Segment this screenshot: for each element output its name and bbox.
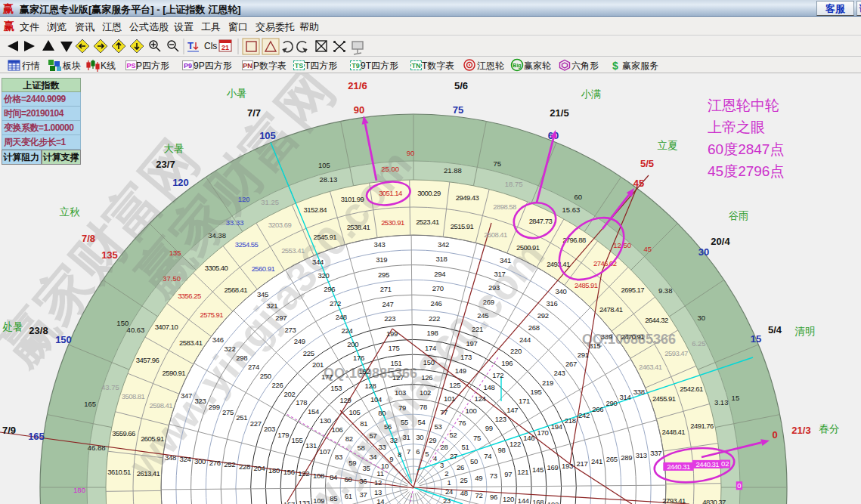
svg-text:9: 9 <box>389 455 393 463</box>
svg-text:25: 25 <box>460 476 468 484</box>
svg-text:125: 125 <box>449 381 460 389</box>
svg-text:157: 157 <box>283 500 295 504</box>
svg-text:122: 122 <box>509 440 521 448</box>
svg-text:3152.84: 3152.84 <box>304 206 327 214</box>
svg-text:处暑: 处暑 <box>3 321 23 332</box>
svg-text:3559.66: 3559.66 <box>112 429 135 438</box>
svg-text:2515.91: 2515.91 <box>451 222 474 230</box>
svg-text:21/3: 21/3 <box>791 425 810 436</box>
svg-text:144: 144 <box>518 496 529 504</box>
svg-text:318: 318 <box>436 255 448 263</box>
svg-text:24: 24 <box>445 487 453 496</box>
svg-text:2478.41: 2478.41 <box>599 305 623 314</box>
svg-text:48: 48 <box>460 489 468 497</box>
svg-text:21/5: 21/5 <box>550 107 568 119</box>
svg-text:132: 132 <box>298 469 309 478</box>
svg-text:130: 130 <box>320 416 331 425</box>
svg-text:3101.99: 3101.99 <box>341 195 364 203</box>
svg-text:立秋: 立秋 <box>60 206 81 218</box>
svg-text:245: 245 <box>477 311 488 320</box>
svg-text:3203.69: 3203.69 <box>268 221 292 229</box>
svg-text:106: 106 <box>332 425 343 434</box>
svg-text:146: 146 <box>523 434 534 442</box>
svg-text:58: 58 <box>358 444 365 452</box>
svg-text:219: 219 <box>542 379 553 387</box>
svg-text:82: 82 <box>345 434 353 443</box>
svg-text:2898.58: 2898.58 <box>493 203 516 211</box>
svg-text:3610.51: 3610.51 <box>107 468 131 476</box>
svg-text:5/5: 5/5 <box>640 158 654 169</box>
svg-text:83: 83 <box>335 453 342 461</box>
svg-text:201: 201 <box>312 360 324 369</box>
svg-text:0: 0 <box>737 481 741 490</box>
svg-text:江恩轮中轮: 江恩轮中轮 <box>708 97 779 113</box>
svg-text:131: 131 <box>305 441 317 450</box>
svg-text:75: 75 <box>493 159 501 168</box>
svg-text:34.38: 34.38 <box>208 231 226 240</box>
svg-text:15: 15 <box>751 333 761 345</box>
svg-text:7: 7 <box>407 447 410 456</box>
svg-text:203: 203 <box>264 425 275 433</box>
svg-text:74: 74 <box>484 452 491 460</box>
svg-text:2485.91: 2485.91 <box>575 281 598 289</box>
svg-text:347: 347 <box>181 391 192 400</box>
svg-text:242: 242 <box>578 411 590 419</box>
svg-text:294: 294 <box>434 270 445 278</box>
svg-text:133: 133 <box>299 499 310 504</box>
svg-text:313: 313 <box>636 451 647 459</box>
svg-text:170: 170 <box>537 428 549 437</box>
svg-text:2553.41: 2553.41 <box>281 246 305 255</box>
svg-text:321: 321 <box>266 301 277 310</box>
svg-text:248: 248 <box>336 313 347 321</box>
svg-text:3051.14: 3051.14 <box>379 189 402 197</box>
svg-text:298: 298 <box>236 354 247 362</box>
svg-text:3000.29: 3000.29 <box>417 189 441 197</box>
svg-text:97: 97 <box>504 470 512 478</box>
svg-text:13: 13 <box>374 488 382 496</box>
svg-text:178: 178 <box>296 398 307 407</box>
svg-text:6.25: 6.25 <box>692 339 706 348</box>
svg-text:165: 165 <box>84 400 96 408</box>
svg-text:21: 21 <box>221 44 229 51</box>
svg-text:56: 56 <box>384 422 392 431</box>
svg-text:2493.41: 2493.41 <box>547 260 570 268</box>
svg-text:3356.25: 3356.25 <box>178 292 201 300</box>
svg-text:51: 51 <box>462 443 469 451</box>
svg-text:173: 173 <box>460 353 472 361</box>
svg-text:2644.32: 2644.32 <box>645 316 668 324</box>
svg-text:274: 274 <box>248 363 259 371</box>
svg-text:221: 221 <box>472 325 483 333</box>
svg-text:273: 273 <box>285 326 296 334</box>
svg-text:75: 75 <box>473 434 481 442</box>
svg-text:53: 53 <box>435 422 442 431</box>
svg-text:60度2847点: 60度2847点 <box>708 141 784 157</box>
svg-text:249: 249 <box>294 337 305 345</box>
svg-text:169: 169 <box>547 463 558 472</box>
svg-text:2463.41: 2463.41 <box>639 363 662 371</box>
svg-text:34: 34 <box>369 453 376 461</box>
svg-text:105: 105 <box>259 130 276 141</box>
svg-text:176: 176 <box>353 354 364 362</box>
svg-text:123: 123 <box>495 415 506 423</box>
svg-text:31: 31 <box>403 433 410 441</box>
svg-text:270: 270 <box>432 284 444 292</box>
svg-text:175: 175 <box>389 344 400 352</box>
svg-text:2605.91: 2605.91 <box>141 434 164 443</box>
svg-text:2560.91: 2560.91 <box>252 264 275 273</box>
svg-text:272: 272 <box>330 299 341 308</box>
svg-text:3305.40: 3305.40 <box>205 264 228 272</box>
svg-text:120: 120 <box>238 195 250 203</box>
svg-text:152: 152 <box>359 367 370 376</box>
svg-text:春分: 春分 <box>819 423 840 434</box>
svg-text:135: 135 <box>101 249 118 261</box>
svg-text:28: 28 <box>441 443 448 451</box>
svg-text:128: 128 <box>364 382 376 390</box>
svg-text:上帝之眼: 上帝之眼 <box>708 119 765 135</box>
svg-text:2448.41: 2448.41 <box>662 428 686 436</box>
svg-text:2583.41: 2583.41 <box>179 339 203 347</box>
svg-text:3.13: 3.13 <box>714 398 729 407</box>
svg-text:3508.81: 3508.81 <box>122 392 145 400</box>
svg-text:154: 154 <box>308 407 319 416</box>
svg-text:2590.91: 2590.91 <box>162 369 185 377</box>
svg-text:2568.41: 2568.41 <box>225 286 248 294</box>
